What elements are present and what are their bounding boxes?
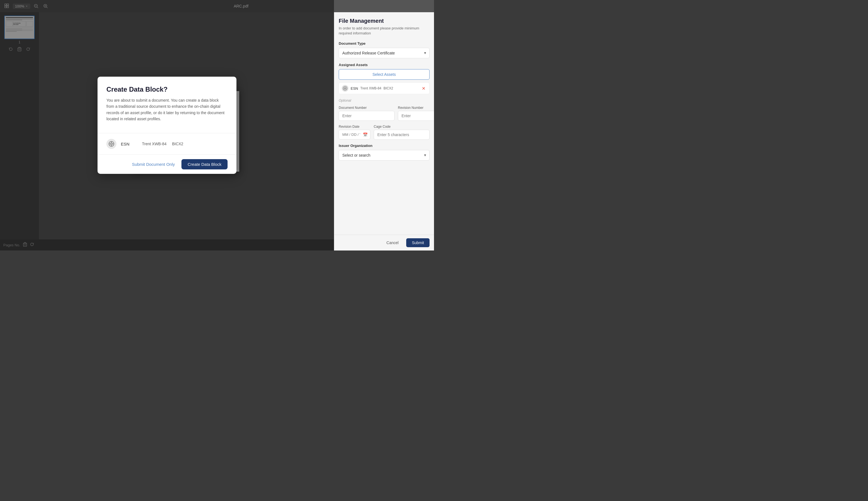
revision-date-input[interactable] [339,130,370,139]
document-number-input[interactable] [339,111,394,121]
document-number-label: Document Number [339,106,394,110]
issuer-org-select[interactable]: Select or search [339,150,430,161]
asset-remove-button[interactable]: ✕ [421,85,426,92]
assigned-assets-label: Assigned Assets [339,63,430,67]
revision-number-label: Revision Number [398,106,434,110]
modal-asset-engine: Trent XWB-84 [142,142,167,146]
modal-asset-serial: BICX2 [172,142,183,146]
submit-button[interactable]: Submit [406,238,430,247]
panel-subtitle: In order to add document please provide … [339,26,430,36]
cage-code-input[interactable] [374,130,430,140]
create-data-block-button[interactable]: Create Data Block [181,159,227,169]
modal-overlay: Create Data Block? You are about to subm… [0,0,334,250]
modal-asset-type: ESN [121,142,138,146]
modal-asset-row: ESN Trent XWB-84 BICX2 [97,133,236,155]
create-data-block-modal: Create Data Block? You are about to subm… [97,77,236,174]
asset-icon [342,85,348,92]
issuer-org-label: Issuer Organization [339,143,430,148]
submit-document-only-button[interactable]: Submit Document Only [131,160,176,169]
panel-footer: Cancel Submit [334,235,434,250]
modal-title: Create Data Block? [106,86,227,93]
cage-code-label: Cage Code [374,125,430,129]
cancel-button[interactable]: Cancel [382,238,403,247]
panel-title: File Management [339,18,430,24]
modal-footer: Submit Document Only Create Data Block [97,155,236,174]
doc-rev-number-row: Document Number Revision Number [339,106,430,121]
document-type-dropdown-wrapper: Authorized Release Certificate ▼ [339,48,430,58]
optional-label: Optional [339,99,430,103]
document-type-select[interactable]: Authorized Release Certificate [339,48,430,58]
svg-point-19 [345,88,345,88]
date-cage-row: Revision Date 📅 Cage Code [339,125,430,140]
asset-tag: ESN Trent XWB-84 BICX2 ✕ [339,83,430,94]
modal-description: You are about to submit a document. You … [106,97,227,122]
right-panel: File Management In order to add document… [334,12,434,250]
revision-number-input[interactable] [398,111,434,121]
svg-point-22 [111,143,112,145]
assigned-assets-section: Assigned Assets Select Assets ESN Trent … [339,63,430,94]
asset-engine: Trent XWB-84 [360,86,381,90]
asset-serial: BICX2 [383,86,393,90]
select-assets-button[interactable]: Select Assets [339,69,430,80]
revision-date-label: Revision Date [339,125,370,129]
issuer-org-dropdown-wrapper: Select or search ▼ [339,150,430,161]
document-type-label: Document Type [339,41,430,45]
modal-asset-icon [106,139,116,149]
asset-type: ESN [351,86,358,90]
